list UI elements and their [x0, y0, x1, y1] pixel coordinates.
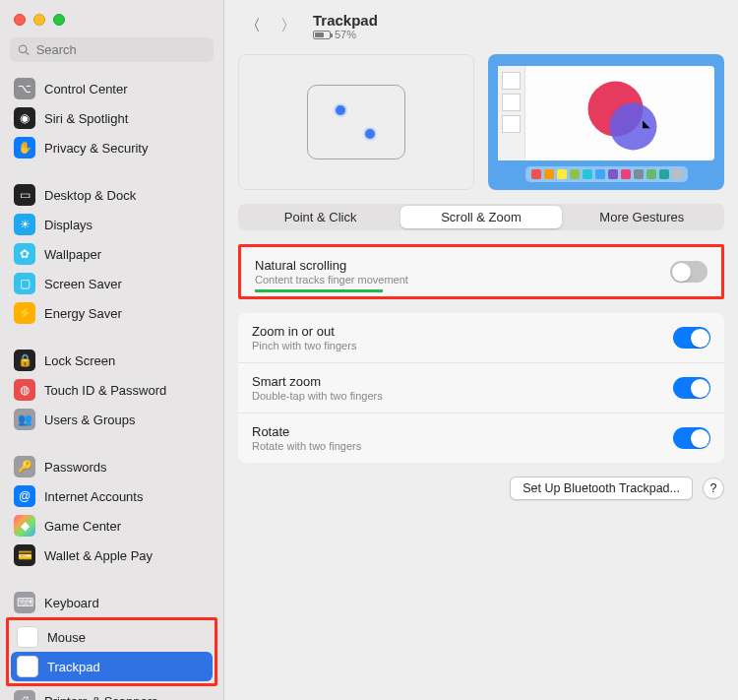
dock-icon: ▭ [14, 184, 35, 206]
sidebar-item-users-groups[interactable]: 👥Users & Groups [8, 405, 215, 434]
sidebar-item-wallet-apple-pay[interactable]: 💳Wallet & Apple Pay [8, 541, 215, 570]
dock-app-icon [544, 169, 554, 179]
dock-app-icon [557, 169, 567, 179]
sidebar-item-label: Control Center [44, 82, 128, 96]
trackpad-icon: ▭ [17, 656, 38, 677]
setting-label: Smart zoom [252, 374, 673, 389]
tab-point-click[interactable]: Point & Click [240, 206, 400, 228]
sidebar-item-mouse[interactable]: 🖱Mouse [11, 622, 213, 652]
main-pane: 〈 〉 Trackpad 57% [224, 0, 738, 700]
sidebar-item-desktop-dock[interactable]: ▭Desktop & Dock [8, 180, 215, 210]
sidebar-item-label: Lock Screen [44, 353, 115, 368]
dock-app-icon [672, 169, 682, 179]
switches-icon: ⌥ [14, 78, 35, 99]
annotation-mouse-trackpad: 🖱Mouse▭Trackpad [6, 617, 217, 686]
printer-icon: 🖨 [14, 690, 35, 700]
minimize-window-button[interactable] [33, 14, 45, 26]
sidebar-item-screen-saver[interactable]: ▢Screen Saver [8, 269, 215, 298]
window-mock-icon: ◣ [498, 66, 714, 160]
tab-more-gestures[interactable]: More Gestures [562, 206, 722, 228]
dock-app-icon [608, 169, 618, 179]
sidebar-item-touch-id-password[interactable]: ◍Touch ID & Password [8, 375, 215, 405]
sidebar-item-label: Energy Saver [44, 306, 122, 321]
forward-button[interactable]: 〉 [277, 16, 299, 37]
search-icon [18, 43, 31, 57]
sidebar-item-label: Mouse [47, 630, 86, 645]
zoom-window-button[interactable] [53, 14, 65, 26]
sidebar-item-privacy-security[interactable]: ✋Privacy & Security [8, 133, 215, 162]
setting-sublabel: Double-tap with two fingers [252, 390, 673, 402]
sidebar-item-passwords[interactable]: 🔑Passwords [8, 452, 215, 481]
sidebar-item-label: Screen Saver [44, 277, 122, 291]
sidebar-item-label: Trackpad [47, 660, 100, 674]
setting-label: Zoom in or out [252, 324, 673, 339]
dock-app-icon [570, 169, 580, 179]
sidebar-item-label: Passwords [44, 460, 107, 475]
close-window-button[interactable] [14, 14, 26, 26]
sidebar-item-keyboard[interactable]: ⌨Keyboard [8, 588, 215, 617]
touch-point-icon [336, 105, 345, 115]
window-controls [0, 0, 223, 37]
sidebar-item-control-center[interactable]: ⌥Control Center [8, 74, 215, 103]
sidebar-item-label: Touch ID & Password [44, 383, 166, 398]
setting-sublabel: Pinch with two fingers [252, 340, 673, 351]
screen-preview: ◣ [488, 54, 724, 190]
sidebar-item-label: Siri & Spotlight [44, 111, 128, 126]
sidebar-item-label: Wallpaper [44, 247, 101, 262]
dock-mock-icon [525, 166, 688, 182]
sidebar-item-label: Internet Accounts [44, 489, 143, 504]
sun-icon: ☀ [14, 214, 35, 235]
trackpad-preview [238, 54, 474, 190]
kbd-icon: ⌨ [14, 592, 35, 613]
wallet-icon: 💳 [14, 544, 35, 566]
setting-natural-scrolling: Natural scrolling Content tracks finger … [241, 247, 721, 296]
help-button[interactable]: ? [703, 477, 724, 499]
natural-scrolling-toggle[interactable] [670, 261, 707, 283]
sidebar-item-internet-accounts[interactable]: @Internet Accounts [8, 481, 215, 511]
sidebar-item-lock-screen[interactable]: 🔒Lock Screen [8, 346, 215, 375]
mouse-icon: 🖱 [17, 626, 38, 648]
setting-label: Rotate [252, 424, 673, 439]
setting-sublabel: Rotate with two fingers [252, 440, 673, 452]
preview-row: ◣ [238, 54, 724, 190]
sidebar: ⌥Control Center◉Siri & Spotlight✋Privacy… [0, 0, 224, 700]
battery-icon [313, 31, 331, 39]
finger-icon: ◍ [14, 379, 35, 401]
sidebar-item-label: Privacy & Security [44, 141, 148, 156]
search-field[interactable] [10, 37, 214, 62]
sidebar-item-energy-saver[interactable]: ⚡Energy Saver [8, 298, 215, 328]
tab-scroll-zoom[interactable]: Scroll & Zoom [400, 206, 561, 228]
dock-app-icon [646, 169, 656, 179]
sidebar-item-wallpaper[interactable]: ✿Wallpaper [8, 239, 215, 269]
sidebar-item-displays[interactable]: ☀Displays [8, 210, 215, 239]
dock-app-icon [621, 169, 631, 179]
sidebar-item-siri-spotlight[interactable]: ◉Siri & Spotlight [8, 103, 215, 133]
footer-buttons: Set Up Bluetooth Trackpad... ? [238, 477, 724, 500]
sidebar-item-label: Users & Groups [44, 413, 135, 427]
smart-zoom-toggle[interactable] [673, 377, 710, 399]
dock-app-icon [595, 169, 605, 179]
bolt-icon: ⚡ [14, 302, 35, 324]
sidebar-item-printers-scanners[interactable]: 🖨Printers & Scanners [8, 686, 215, 700]
battery-status: 57% [313, 29, 378, 40]
page-title: Trackpad [313, 12, 378, 29]
gc-icon: ◆ [14, 515, 35, 537]
dock-app-icon [659, 169, 669, 179]
back-button[interactable]: 〈 [242, 16, 264, 37]
key-icon: 🔑 [14, 456, 35, 477]
setting-smart-zoom: Smart zoom Double-tap with two fingers [238, 362, 724, 413]
sidebar-item-label: Desktop & Dock [44, 188, 136, 203]
cursor-icon: ◣ [643, 118, 650, 129]
highlight-underline [255, 289, 383, 292]
zoom-toggle[interactable] [673, 327, 710, 349]
flower-icon: ✿ [14, 243, 35, 265]
search-input[interactable] [36, 42, 206, 57]
sidebar-item-label: Game Center [44, 519, 121, 534]
sidebar-item-trackpad[interactable]: ▭Trackpad [11, 652, 213, 681]
setting-sublabel: Content tracks finger movement [255, 274, 670, 286]
photo-icon: ▢ [14, 273, 35, 294]
rotate-toggle[interactable] [673, 427, 710, 449]
setup-bluetooth-trackpad-button[interactable]: Set Up Bluetooth Trackpad... [510, 477, 693, 500]
sidebar-item-game-center[interactable]: ◆Game Center [8, 511, 215, 541]
dock-app-icon [634, 169, 644, 179]
